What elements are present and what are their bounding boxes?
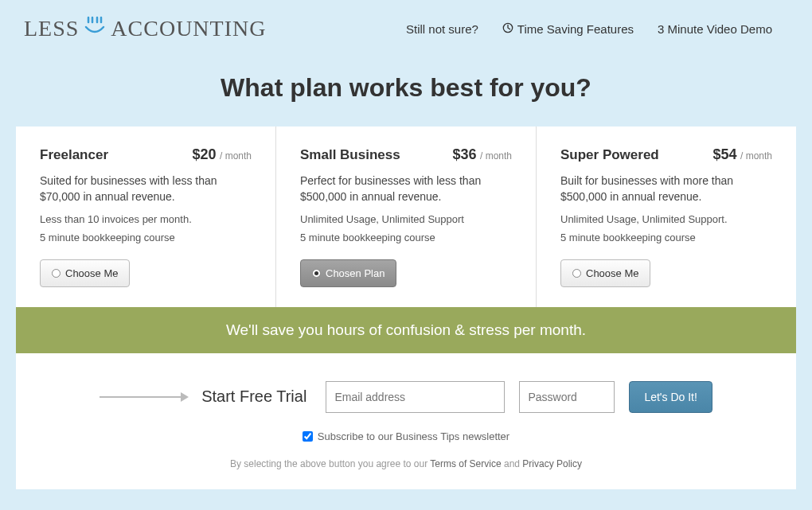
plan-feature: 5 minute bookkeeping course <box>560 232 772 243</box>
plan-name: Super Powered <box>560 147 659 163</box>
password-field[interactable] <box>519 381 615 413</box>
logo-accounting: ACCOUNTING <box>111 16 266 41</box>
plan-super-powered: Super Powered $54 / month Built for busi… <box>536 127 796 307</box>
plan-feature: 5 minute bookkeeping course <box>40 232 252 243</box>
chosen-plan-label: Chosen Plan <box>326 267 385 279</box>
plan-price: $54 <box>712 146 736 162</box>
plan-small-business: Small Business $36 / month Perfect for b… <box>275 127 536 307</box>
choose-plan-label: Choose Me <box>586 267 638 279</box>
plan-desc: Suited for businesses with less than $70… <box>40 173 252 205</box>
chosen-plan-button[interactable]: Chosen Plan <box>300 259 396 287</box>
plan-feature: Unlimited Usage, Unlimited Support <box>300 213 512 225</box>
signup-label: Start Free Trial <box>201 387 306 406</box>
plan-desc: Built for businesses with more than $500… <box>560 173 772 205</box>
nav-still-not-sure: Still not sure? <box>406 22 478 36</box>
page-title: What plan works best for you? <box>0 73 812 103</box>
plan-price: $36 <box>452 146 476 162</box>
header: LESS ACCOUNTING Still not sure? Time Sav… <box>0 0 812 49</box>
nav-video-demo[interactable]: 3 Minute Video Demo <box>658 22 772 36</box>
nav-time-saving-label: Time Saving Features <box>517 22 634 36</box>
choose-plan-button[interactable]: Choose Me <box>40 259 130 287</box>
plan-feature: Less than 10 invoices per month. <box>40 213 252 225</box>
plan-period: / month <box>480 150 512 162</box>
smile-icon <box>82 16 107 37</box>
plan-period: / month <box>220 150 252 162</box>
plan-desc: Perfect for businesses with less than $5… <box>300 173 512 205</box>
nav: Still not sure? Time Saving Features 3 M… <box>406 22 772 36</box>
submit-button[interactable]: Let's Do It! <box>629 381 712 413</box>
clock-icon <box>502 22 513 36</box>
plan-name: Freelancer <box>40 147 108 163</box>
plan-period: / month <box>740 150 772 162</box>
plan-freelancer: Freelancer $20 / month Suited for busine… <box>16 127 275 307</box>
plan-price: $20 <box>192 146 216 162</box>
newsletter-checkbox[interactable] <box>303 431 313 442</box>
plan-feature: 5 minute bookkeeping course <box>300 232 512 243</box>
logo-less: LESS <box>24 16 79 41</box>
banner: We'll save you hours of confusion & stre… <box>16 307 796 353</box>
logo[interactable]: LESS ACCOUNTING <box>24 16 266 41</box>
plan-name: Small Business <box>300 147 400 163</box>
arrow-icon <box>100 396 187 398</box>
radio-icon <box>572 269 581 278</box>
legal-text: By selecting the above button you agree … <box>56 458 756 469</box>
radio-icon <box>312 269 321 278</box>
radio-icon <box>52 269 61 278</box>
plan-feature: Unlimited Usage, Unlimited Support. <box>560 213 772 225</box>
newsletter-label: Subscribe to our Business Tips newslette… <box>318 430 509 442</box>
privacy-link[interactable]: Privacy Policy <box>522 458 582 469</box>
nav-time-saving[interactable]: Time Saving Features <box>502 22 634 36</box>
choose-plan-label: Choose Me <box>65 267 118 279</box>
terms-link[interactable]: Terms of Service <box>430 458 501 469</box>
signup-section: Start Free Trial Let's Do It! Subscribe … <box>16 353 796 489</box>
choose-plan-button[interactable]: Choose Me <box>560 259 650 287</box>
email-field[interactable] <box>326 381 505 413</box>
plans-container: Freelancer $20 / month Suited for busine… <box>16 127 796 307</box>
